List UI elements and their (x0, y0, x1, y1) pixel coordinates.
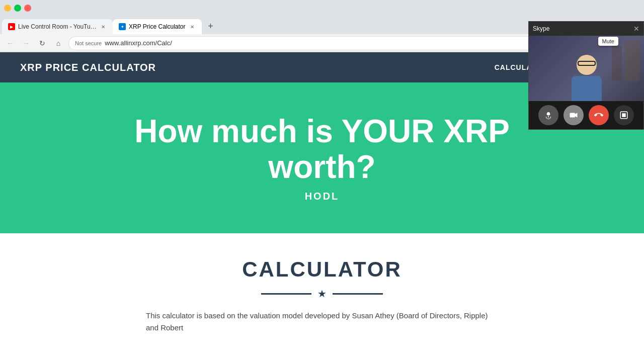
calculator-description: This calculator is based on the valuatio… (146, 310, 498, 334)
divider-line-right (333, 293, 383, 295)
person-body (572, 76, 602, 101)
tab-xrp[interactable]: ✦ XRP Price Calculator ✕ (113, 19, 202, 34)
hero-title: How much is YOUR XRP worth? (134, 114, 510, 185)
person-head (577, 55, 597, 75)
skype-close-button[interactable]: ✕ (633, 25, 639, 33)
home-button[interactable]: ⌂ (52, 37, 64, 49)
tab-xrp-title: XRP Price Calculator (129, 23, 186, 30)
mute-tooltip: Mute (598, 37, 618, 46)
minimize-button[interactable] (4, 5, 11, 12)
person-glasses (578, 61, 596, 66)
reload-button[interactable]: ↻ (36, 37, 48, 49)
calculator-heading: CALCULATOR (20, 257, 624, 282)
skype-overlay: Skype ✕ Mute (528, 21, 644, 130)
hero-title-line1: How much is YOUR XRP (134, 113, 510, 149)
hero-title-line2: worth? (268, 149, 375, 185)
title-bar (0, 0, 644, 16)
svg-rect-2 (570, 113, 576, 118)
tab-youtube-close[interactable]: ✕ (100, 23, 107, 30)
video-person (529, 36, 644, 101)
divider-line-left (261, 293, 311, 295)
skype-controls (529, 101, 643, 129)
skype-title: Skype (533, 25, 549, 32)
tab-xrp-close[interactable]: ✕ (189, 23, 196, 30)
skype-video-button[interactable] (564, 105, 584, 125)
skype-end-call-button[interactable] (589, 105, 609, 125)
tab-youtube[interactable]: ▶ Live Control Room - YouTube ✕ (2, 19, 113, 34)
xrp-favicon: ✦ (119, 23, 126, 30)
url-text: www.allinxrp.com/Calc/ (105, 39, 172, 47)
back-button[interactable]: ← (4, 37, 16, 49)
skype-video: Mute (529, 36, 644, 101)
forward-button[interactable]: → (20, 37, 32, 49)
site-logo: XRP PRICE CALCULATOR (20, 62, 495, 73)
svg-rect-4 (622, 113, 626, 117)
youtube-favicon: ▶ (8, 23, 15, 30)
skype-title-bar: Skype ✕ (529, 22, 643, 36)
calc-divider: ★ (20, 288, 624, 300)
skype-share-button[interactable] (614, 105, 634, 125)
person-figure (572, 55, 602, 101)
close-button[interactable] (24, 5, 31, 12)
tab-youtube-title: Live Control Room - YouTube (18, 23, 97, 30)
not-secure-label: Not secure (75, 40, 102, 46)
maximize-button[interactable] (14, 5, 21, 12)
divider-star: ★ (317, 288, 327, 300)
new-tab-button[interactable]: + (204, 19, 218, 33)
hero-subtitle: HODL (305, 191, 340, 202)
skype-mute-button[interactable] (538, 105, 558, 125)
calculator-section: CALCULATOR ★ This calculator is based on… (0, 233, 644, 344)
